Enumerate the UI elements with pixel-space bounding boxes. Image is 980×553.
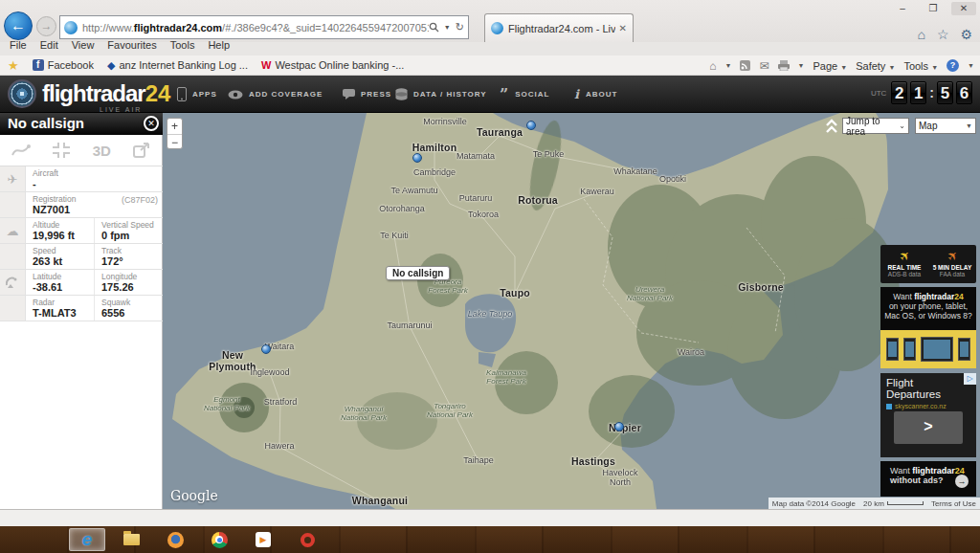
share-icon[interactable] [133, 143, 151, 158]
remove-ads-promo[interactable]: Want flightradar24 without ads? → [880, 461, 976, 497]
help-dropdown-icon[interactable]: ▼ [968, 62, 974, 69]
aircraft-tooltip[interactable]: No callsign [386, 266, 450, 280]
taskbar-firefox[interactable] [157, 528, 193, 551]
read-mail-icon[interactable]: ✉ [759, 59, 768, 73]
browser-tab[interactable]: Flightradar24.com - Live fli... ✕ [484, 13, 634, 42]
skyscanner-link[interactable]: skyscanner.co.nz [886, 403, 970, 409]
clock-digit: 5 [937, 81, 953, 104]
taskbar-media-player[interactable]: ▶ [245, 528, 281, 551]
taskbar-chrome[interactable] [201, 528, 237, 551]
tab-close-icon[interactable]: ✕ [619, 23, 627, 33]
print-dropdown-icon[interactable]: ▼ [798, 62, 805, 69]
nav-press[interactable]: PRESS [343, 76, 391, 113]
select-arrow-icon: ▼ [966, 122, 972, 129]
3d-view-button[interactable]: 3D [93, 143, 111, 159]
address-bar[interactable]: http://www.flightradar24.com/#./386e9c4?… [59, 15, 469, 39]
airport-marker[interactable] [261, 344, 271, 354]
nav-apps[interactable]: APPS [177, 76, 217, 113]
nav-social[interactable]: ” SOCIAL [500, 76, 549, 113]
settings-gear-icon[interactable]: ⚙ [960, 27, 972, 42]
menu-favourites[interactable]: Favourites [107, 39, 156, 51]
ad-next-button[interactable]: > [894, 411, 963, 444]
window-maximize-button[interactable]: ❐ [921, 2, 946, 15]
clock-digit: 1 [910, 81, 926, 104]
menu-help[interactable]: Help [208, 39, 230, 51]
refresh-icon[interactable]: ↻ [456, 21, 464, 33]
legend-adsb: ✈ REAL TIME ADS-B data [880, 245, 928, 283]
terms-of-use-link[interactable]: Terms of Use [931, 499, 976, 508]
map-label-cambridge: Cambridge [413, 168, 456, 178]
forward-button[interactable]: → [36, 16, 56, 36]
radar-logo-icon [8, 79, 36, 108]
opera-icon [301, 533, 315, 547]
legend-faa: ✈ 5 MIN DELAY FAA data [928, 245, 976, 283]
menu-view[interactable]: View [72, 39, 95, 51]
quote-icon: ” [500, 91, 509, 99]
skyscanner-icon [886, 404, 892, 409]
airport-marker[interactable] [412, 153, 422, 163]
zoom-in-button[interactable]: + [167, 119, 182, 135]
menu-file[interactable]: File [10, 39, 27, 51]
window-close-button[interactable]: ✕ [951, 2, 976, 15]
address-dropdown-icon[interactable]: ▼ [444, 24, 451, 31]
altitude-row: ☁ Altitude19,996 ft Vertical Speed0 fpm [0, 218, 163, 244]
menu-tools[interactable]: Tools [170, 39, 195, 51]
folder-icon [123, 534, 140, 545]
home-icon[interactable]: ⌂ [917, 27, 924, 42]
tools-menu[interactable]: Tools ▼ [903, 60, 938, 72]
rss-feed-icon[interactable] [740, 60, 750, 71]
panel-close-icon[interactable]: ✕ [144, 116, 159, 131]
map-label-egmont-national-park: Egmont National Park [204, 396, 250, 413]
nav-add-coverage[interactable]: ADD COVERAGE [228, 76, 323, 113]
favorites-star-icon[interactable]: ☆ [937, 27, 949, 42]
taskbar-opera[interactable] [289, 528, 325, 551]
clock-digit: 2 [891, 81, 907, 104]
fr24-logo[interactable]: flightradar24 LIVE AIR TRAFFIC [8, 79, 170, 108]
phone-icon [177, 87, 187, 101]
route-icon[interactable] [11, 143, 31, 158]
taskbar-file-explorer[interactable] [113, 528, 149, 551]
nav-about[interactable]: i ABOUT [574, 76, 617, 113]
focus-aircraft-icon[interactable] [53, 143, 70, 158]
arrow-icon[interactable]: → [955, 475, 969, 488]
airport-marker[interactable] [526, 121, 536, 130]
search-icon[interactable] [429, 22, 439, 33]
favorite-anz[interactable]: ◆ anz Internet Banking Log ... [107, 59, 248, 72]
home-dropdown-icon[interactable]: ▼ [725, 62, 732, 69]
favorite-facebook[interactable]: f Facebook [33, 59, 94, 71]
nav-data-history[interactable]: DATA / HISTORY [395, 76, 487, 113]
home-page-icon[interactable]: ⌂ [709, 59, 716, 73]
safety-menu[interactable]: Safety ▼ [856, 60, 895, 72]
airport-marker[interactable] [614, 422, 624, 431]
url-text[interactable]: http://www.flightradar24.com/#./386e9c4?… [82, 22, 429, 33]
jump-to-area-select[interactable]: Jump to area ⌄ [842, 118, 909, 134]
windows-taskbar: e ▶ ▲ ⚑ ENG 9:56 a.m. 9/06/2014 [0, 526, 980, 553]
map-canvas[interactable]: MorrinsvilleTaurangaHamiltonMatamataTe P… [163, 113, 980, 509]
browser-titlebar: – ❐ ✕ ← → http://www.flightradar24.com/#… [0, 0, 980, 42]
map-data-credit: Map data ©2014 Google [772, 499, 856, 508]
map-label-whakatane: Whakatane [613, 167, 657, 177]
print-icon[interactable] [778, 60, 790, 71]
zoom-out-button[interactable]: − [167, 135, 182, 150]
flight-info-panel: No callsign ✕ 3D ✈ Aircraft - [0, 113, 163, 509]
map-label-tokoroa: Tokoroa [468, 210, 499, 220]
map-type-select[interactable]: Map ▼ [915, 118, 976, 134]
map-labels-layer: MorrinsvilleTaurangaHamiltonMatamataTe P… [163, 113, 980, 509]
window-minimize-button[interactable]: – [890, 2, 915, 15]
collapse-panel-icon[interactable] [825, 118, 838, 135]
taskbar-internet-explorer[interactable]: e [69, 528, 105, 551]
add-favorite-star-icon[interactable]: ★ [8, 58, 19, 73]
adchoices-icon[interactable]: ▷ [964, 373, 976, 385]
flight-callsign-title: No callsign [0, 113, 163, 135]
help-icon[interactable]: ? [947, 59, 959, 72]
fr24-apps-ad[interactable]: Want flightradar24 on your phone, tablet… [880, 287, 976, 368]
page-menu[interactable]: Page ▼ [813, 60, 847, 72]
tab-title: Flightradar24.com - Live fli... [508, 23, 615, 34]
map-label-wairoa: Wairoa [678, 348, 704, 358]
skyscanner-ad[interactable]: ▷ Flight Departures skyscanner.co.nz > [880, 373, 976, 457]
back-button[interactable]: ← [4, 11, 33, 40]
map-label-taihape: Taihape [463, 456, 494, 466]
favorite-westpac[interactable]: W Westpac Online banking -... [261, 59, 404, 71]
menu-edit[interactable]: Edit [40, 39, 58, 51]
firefox-icon [167, 532, 184, 548]
